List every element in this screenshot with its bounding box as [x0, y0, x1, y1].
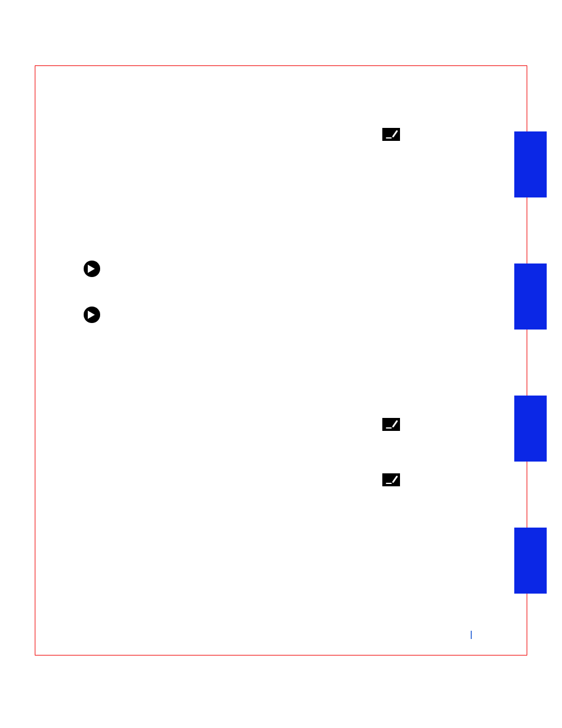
footer-separator: | — [470, 630, 472, 639]
arrow-right-circle-icon — [84, 261, 100, 277]
page-frame — [35, 65, 527, 655]
side-tab-4[interactable] — [514, 528, 547, 594]
side-tab-3[interactable] — [514, 396, 547, 462]
note-icon — [382, 418, 400, 431]
arrow-right-circle-icon — [84, 307, 100, 323]
note-icon — [382, 473, 400, 486]
note-icon — [382, 128, 400, 141]
side-tab-1[interactable] — [514, 131, 547, 197]
side-tab-2[interactable] — [514, 263, 547, 330]
